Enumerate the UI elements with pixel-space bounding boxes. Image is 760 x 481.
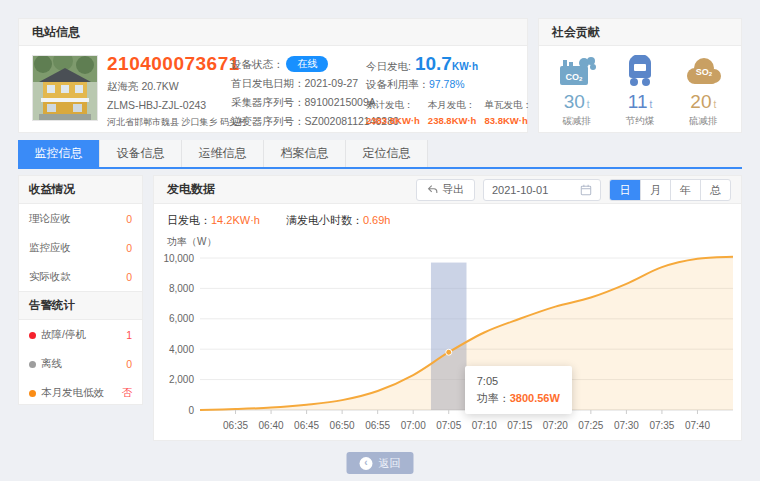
power-area-chart-svg: 02,0004,0006,0008,00010,00006:3506:4006:… [160,250,737,436]
coal-saving-item: 11t 节约煤 [611,55,669,128]
device-status-row: 设备状态： 在线 [231,55,368,74]
first-gen-date: 2021-09-27 [305,77,359,89]
svg-text:06:50: 06:50 [330,420,355,431]
tab-device-info[interactable]: 设备信息 [100,140,182,167]
social-contribution-panel: 社会贡献 CO2 30t 碳减排 [538,18,742,133]
day-generation-label: 日发电： [167,214,211,226]
offline-status-dot [29,361,36,368]
generation-mini-stats: 累计发电： 2383.8KW·h 本月发电： 238.8KW·h 单瓦发电： 8… [366,99,526,126]
alarm-fault-label: 故障/停机 [41,328,86,342]
carbon-reduction-label: 碳减排 [548,115,606,128]
period-year-button[interactable]: 年 [670,180,700,200]
carbon-reduction-unit: t [587,99,590,110]
period-total-button[interactable]: 总 [700,180,730,200]
per-watt-generation-label: 单瓦发电： [484,99,532,112]
svg-text:06:40: 06:40 [259,420,284,431]
coal-saving-icon [620,55,660,87]
station-panel-body: 210400073671 赵海亮 20.7KW ZLMS-HBJ-ZJL-024… [19,46,527,132]
alarm-low-eff-label: 本月发电低效 [41,386,104,400]
coal-saving-value: 11 [628,91,648,112]
first-generation-row: 首日发电日期：2021-09-27 [231,74,368,93]
house-photo-illustration [33,56,97,120]
left-summary-panel: 收益情况 理论应收 0 监控应收 0 实际收款 0 告警统计 故障/停机 1 离… [18,175,143,405]
svg-text:07:10: 07:10 [472,420,497,431]
sulfur-reduction-label: 硫减排 [674,115,732,128]
utilization-value: 97.78% [429,78,465,90]
sulfur-reduction-item: SO2 20t 硫减排 [674,55,732,128]
today-generation-label: 今日发电: [366,60,411,72]
alarm-offline-label: 离线 [41,357,62,371]
station-generation-stats: 今日发电:10.7KW·h 设备利用率：97.78% 累计发电： 2383.8K… [366,53,526,126]
station-owner-capacity: 赵海亮 20.7KW [107,80,231,94]
per-watt-generation: 单瓦发电： 83.8KW·h [484,99,532,126]
alarm-fault-value: 1 [126,329,132,341]
revenue-row-actual: 实际收款 0 [19,262,142,291]
full-hours-label: 满发电小时数： [286,214,363,226]
alarm-offline-value: 0 [126,358,132,370]
svg-text:07:00: 07:00 [401,420,426,431]
generation-panel-title: 发电数据 [167,181,215,198]
chart-toolbar: 导出 2021-10-01 日 月 年 总 [416,179,731,201]
svg-text:06:55: 06:55 [365,420,390,431]
svg-text:6,000: 6,000 [169,313,194,324]
power-chart[interactable]: 02,0004,0006,0008,00010,00006:3506:4006:… [154,250,741,436]
station-basic-info: 210400073671 赵海亮 20.7KW ZLMS-HBJ-ZJL-024… [107,53,231,129]
utilization-label: 设备利用率： [366,78,429,90]
low-efficiency-status-dot [29,390,36,397]
today-generation-unit: KW·h [452,61,478,72]
back-button[interactable]: ‹ 返回 [347,452,414,474]
tab-archive-info[interactable]: 档案信息 [264,140,346,167]
tab-monitoring-info[interactable]: 监控信息 [18,140,100,167]
dashboard-page: 电站信息 210400073671 赵 [0,0,760,481]
inverter-sn-row: 逆变器序列号：SZ00208112140280 [231,112,368,131]
alarm-row-offline: 离线 0 [19,349,142,378]
svg-text:0: 0 [188,405,194,416]
revenue-section-title: 收益情况 [19,176,142,204]
full-hours-value: 0.69h [363,214,391,226]
period-day-button[interactable]: 日 [610,180,640,200]
date-picker-value: 2021-10-01 [492,184,548,196]
revenue-row-monitored: 监控应收 0 [19,233,142,262]
generation-panel-header: 发电数据 导出 2021-10-01 [154,176,741,204]
chart-stats-line: 日发电：14.2KW·h满发电小时数：0.69h [154,204,741,228]
month-generation-label: 本月发电： [428,99,477,112]
month-generation: 本月发电： 238.8KW·h [428,99,477,126]
tab-operation-info[interactable]: 运维信息 [182,140,264,167]
generation-data-panel: 发电数据 导出 2021-10-01 [153,175,742,441]
back-chevron-icon: ‹ [360,457,373,470]
period-switcher: 日 月 年 总 [609,179,731,201]
social-panel-body: CO2 30t 碳减排 11t [539,46,741,128]
station-photo [32,55,98,121]
svg-text:07:20: 07:20 [543,420,568,431]
day-generation-value: 14.2KW·h [211,214,260,226]
revenue-actual-label: 实际收款 [29,270,71,284]
total-generation: 累计发电： 2383.8KW·h [366,99,420,126]
svg-text:06:35: 06:35 [223,420,248,431]
sulfur-reduction-value-row: 20t [674,91,732,113]
station-device-info: 设备状态： 在线 首日发电日期：2021-09-27 采集器序列号：891002… [231,55,368,131]
sulfur-reduction-value: 20 [690,91,711,112]
revenue-actual-value: 0 [126,271,132,283]
coal-saving-value-row: 11t [611,91,669,113]
today-generation-value: 10.7 [415,53,452,74]
carbon-reduction-value-row: 30t [548,91,606,113]
fault-status-dot [29,332,36,339]
svg-text:07:05: 07:05 [436,420,461,431]
carbon-reduction-item: CO2 30t 碳减排 [548,55,606,128]
tab-location-info[interactable]: 定位信息 [346,140,428,167]
online-status-badge: 在线 [286,56,328,72]
svg-text:10,000: 10,000 [163,253,194,264]
export-button[interactable]: 导出 [416,179,475,201]
svg-text:06:45: 06:45 [294,420,319,431]
co2-reduction-icon: CO2 [557,55,597,87]
alarm-row-fault: 故障/停机 1 [19,320,142,349]
svg-text:8,000: 8,000 [169,283,194,294]
main-tab-bar: 监控信息 设备信息 运维信息 档案信息 定位信息 [18,140,742,169]
alarm-fault-label-wrap: 故障/停机 [29,328,86,342]
coal-saving-unit: t [649,99,652,110]
period-month-button[interactable]: 月 [640,180,670,200]
date-picker-input[interactable]: 2021-10-01 [483,179,601,201]
station-owner: 赵海亮 [107,80,139,92]
export-arrow-icon [427,184,438,195]
revenue-monitored-value: 0 [126,242,132,254]
